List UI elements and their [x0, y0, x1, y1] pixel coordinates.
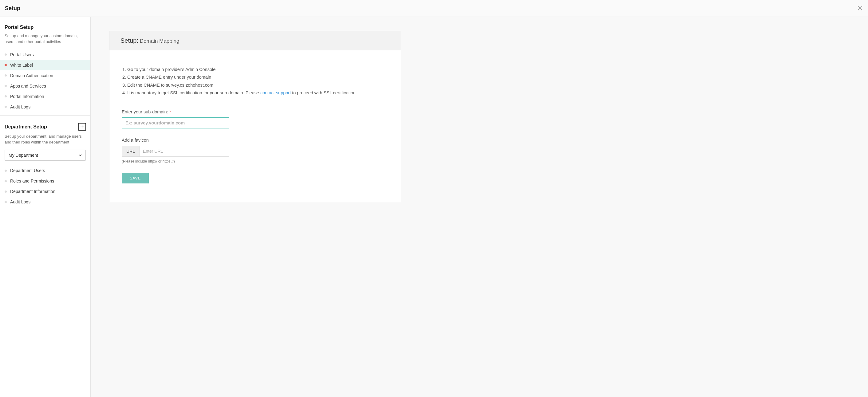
bullet-icon	[5, 106, 7, 108]
department-setup-title: Department Setup	[5, 124, 47, 130]
bullet-icon	[5, 64, 7, 66]
instruction-text: It is mandatory to get SSL certification…	[127, 90, 260, 95]
sidebar-item-audit-logs[interactable]: Audit Logs	[0, 102, 90, 112]
panel-body: Go to your domain provider's Admin Conso…	[110, 51, 401, 202]
domain-mapping-panel: Setup: Domain Mapping Go to your domain …	[109, 31, 401, 202]
sidebar-item-white-label[interactable]: White Label	[0, 60, 90, 70]
subdomain-label-text: Enter your sub-domain:	[122, 109, 168, 114]
instruction-text: to proceed with SSL certification.	[291, 90, 357, 95]
department-setup-heading: Department Setup	[0, 123, 90, 134]
department-setup-desc: Set up your department, and manage users…	[0, 134, 90, 150]
plus-icon	[80, 125, 84, 129]
sidebar-item-domain-authentication[interactable]: Domain Authentication	[0, 70, 90, 81]
portal-setup-heading: Portal Setup	[0, 25, 90, 33]
close-icon[interactable]	[857, 5, 863, 11]
bullet-icon	[5, 201, 7, 203]
bullet-icon	[5, 74, 7, 76]
sidebar-item-dept-audit-logs[interactable]: Audit Logs	[0, 197, 90, 207]
favicon-label: Add a favicon	[122, 138, 389, 142]
sidebar-item-label: Apps and Services	[10, 84, 46, 89]
subdomain-label: Enter your sub-domain: *	[122, 109, 389, 114]
sidebar-item-apps-and-services[interactable]: Apps and Services	[0, 81, 90, 91]
sidebar-item-portal-users[interactable]: Portal Users	[0, 49, 90, 60]
bullet-icon	[5, 180, 7, 182]
url-prefix-label: URL	[122, 146, 140, 156]
favicon-url-row: URL	[122, 146, 229, 157]
favicon-hint: (Please include http:// or https://)	[122, 159, 389, 163]
sidebar-item-label: Roles and Permissions	[10, 178, 54, 184]
instruction-step: Create a CNAME entry under your domain	[127, 73, 389, 81]
subdomain-input[interactable]	[122, 118, 229, 128]
bullet-icon	[5, 54, 7, 56]
sidebar-item-label: Audit Logs	[10, 199, 30, 204]
sidebar-item-label: White Label	[10, 63, 33, 68]
portal-setup-title: Portal Setup	[5, 25, 33, 30]
top-header: Setup	[0, 0, 868, 17]
department-select-value: My Department	[9, 153, 38, 158]
bullet-icon	[5, 170, 7, 172]
department-nav: Department Users Roles and Permissions D…	[0, 165, 90, 207]
instructions-list: Go to your domain provider's Admin Conso…	[122, 66, 389, 97]
favicon-url-input[interactable]	[140, 146, 229, 156]
instruction-step: It is mandatory to get SSL certification…	[127, 89, 389, 97]
sidebar-item-label: Department Users	[10, 168, 45, 173]
sidebar-item-label: Department Information	[10, 189, 55, 194]
portal-setup-desc: Set up and manage your custom domain, us…	[0, 33, 90, 49]
save-button[interactable]: SAVE	[122, 173, 149, 184]
portal-setup-section: Portal Setup Set up and manage your cust…	[0, 17, 90, 115]
required-indicator: *	[169, 109, 171, 114]
panel-title: Domain Mapping	[140, 38, 180, 44]
add-department-button[interactable]	[79, 123, 86, 131]
bullet-icon	[5, 95, 7, 97]
sidebar-item-label: Audit Logs	[10, 104, 30, 109]
sidebar-item-portal-information[interactable]: Portal Information	[0, 91, 90, 102]
sidebar-item-label: Domain Authentication	[10, 73, 53, 78]
page-title: Setup	[5, 5, 20, 12]
sidebar-item-department-users[interactable]: Department Users	[0, 165, 90, 176]
bullet-icon	[5, 191, 7, 193]
portal-nav: Portal Users White Label Domain Authenti…	[0, 49, 90, 112]
subdomain-field-group: Enter your sub-domain: *	[122, 109, 389, 128]
panel-title-prefix: Setup:	[121, 37, 138, 44]
instruction-step: Edit the CNAME to survey.cs.zohohost.com	[127, 81, 389, 89]
instruction-step: Go to your domain provider's Admin Conso…	[127, 66, 389, 73]
department-setup-section: Department Setup Set up your department,…	[0, 115, 90, 210]
sidebar-item-label: Portal Users	[10, 52, 34, 57]
contact-support-link[interactable]: contact support	[260, 90, 291, 95]
panel-header: Setup: Domain Mapping	[110, 31, 401, 51]
sidebar: Portal Setup Set up and manage your cust…	[0, 17, 91, 397]
favicon-field-group: Add a favicon URL (Please include http:/…	[122, 138, 389, 163]
main-content: Setup: Domain Mapping Go to your domain …	[91, 17, 868, 397]
department-select[interactable]: My Department	[5, 150, 86, 161]
sidebar-item-label: Portal Information	[10, 94, 44, 99]
sidebar-item-department-information[interactable]: Department Information	[0, 186, 90, 197]
bullet-icon	[5, 85, 7, 87]
sidebar-item-roles-permissions[interactable]: Roles and Permissions	[0, 176, 90, 186]
chevron-down-icon	[79, 154, 82, 157]
